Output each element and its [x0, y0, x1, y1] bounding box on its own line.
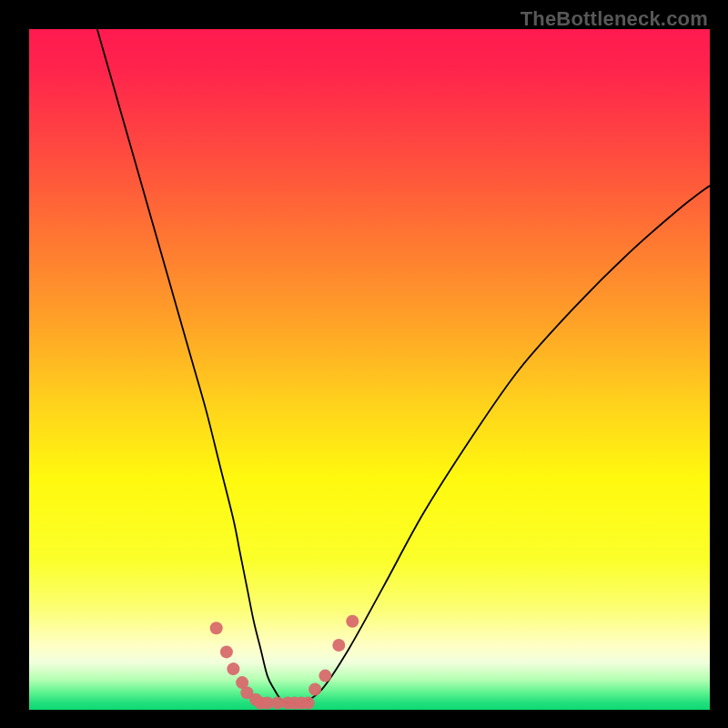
highlight-marker [210, 622, 223, 634]
highlight-markers-left [210, 622, 268, 709]
chart-area [29, 29, 710, 710]
highlight-marker [308, 683, 321, 696]
highlight-marker [346, 615, 359, 628]
curve-layer [29, 29, 710, 710]
highlight-marker [220, 645, 233, 658]
highlight-marker [332, 639, 345, 652]
highlight-marker [318, 670, 331, 682]
highlight-marker [227, 662, 239, 675]
bottleneck-curve [97, 29, 710, 704]
stage: TheBottleneck.com [0, 0, 728, 728]
highlight-markers-right [308, 615, 359, 696]
floor-markers [261, 697, 315, 710]
watermark-text: TheBottleneck.com [521, 7, 708, 31]
highlight-marker [302, 697, 315, 710]
